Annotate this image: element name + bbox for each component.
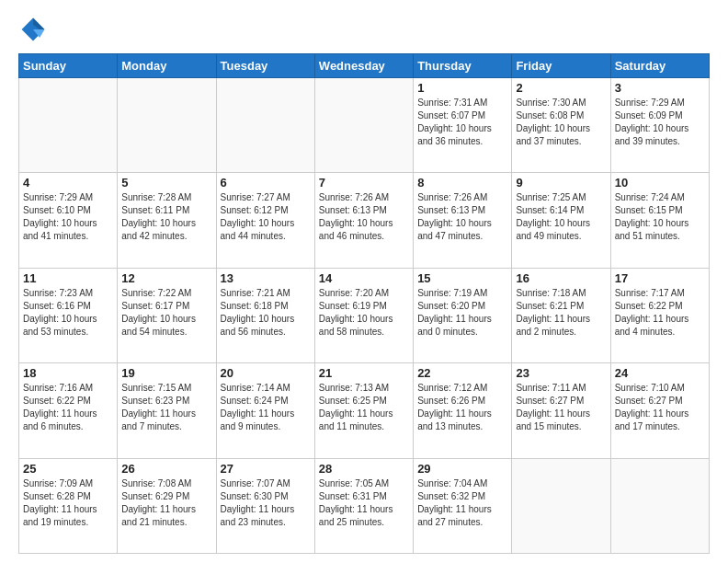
day-cell: 8Sunrise: 7:26 AMSunset: 6:13 PMDaylight… [414, 173, 512, 268]
weekday-header-monday: Monday [118, 54, 216, 78]
day-cell: 18Sunrise: 7:16 AMSunset: 6:22 PMDayligh… [19, 363, 118, 458]
day-number: 24 [615, 366, 705, 380]
day-info: Sunrise: 7:10 AMSunset: 6:27 PMDaylight:… [615, 382, 705, 433]
day-number: 2 [516, 81, 606, 95]
day-cell: 11Sunrise: 7:23 AMSunset: 6:16 PMDayligh… [19, 268, 118, 362]
day-number: 14 [319, 271, 409, 285]
day-info: Sunrise: 7:29 AMSunset: 6:09 PMDaylight:… [615, 97, 705, 148]
weekday-row: SundayMondayTuesdayWednesdayThursdayFrid… [19, 54, 710, 78]
day-cell [118, 78, 216, 173]
day-cell: 6Sunrise: 7:27 AMSunset: 6:12 PMDaylight… [216, 173, 314, 268]
day-info: Sunrise: 7:09 AMSunset: 6:28 PMDaylight:… [23, 477, 113, 529]
day-info: Sunrise: 7:05 AMSunset: 6:31 PMDaylight:… [319, 477, 409, 529]
day-cell: 1Sunrise: 7:31 AMSunset: 6:07 PMDaylight… [414, 78, 512, 173]
day-number: 28 [319, 462, 409, 476]
day-cell [610, 458, 709, 553]
day-number: 3 [615, 81, 705, 95]
day-cell: 2Sunrise: 7:30 AMSunset: 6:08 PMDaylight… [512, 78, 610, 173]
day-cell [512, 458, 610, 553]
header [18, 15, 710, 44]
day-info: Sunrise: 7:28 AMSunset: 6:11 PMDaylight:… [121, 191, 211, 243]
day-info: Sunrise: 7:27 AMSunset: 6:12 PMDaylight:… [221, 191, 311, 243]
day-cell: 12Sunrise: 7:22 AMSunset: 6:17 PMDayligh… [118, 268, 216, 362]
day-number: 23 [516, 366, 606, 380]
day-cell: 28Sunrise: 7:05 AMSunset: 6:31 PMDayligh… [314, 458, 413, 553]
day-number: 6 [221, 176, 311, 190]
day-info: Sunrise: 7:11 AMSunset: 6:27 PMDaylight:… [516, 382, 606, 433]
day-number: 25 [23, 462, 113, 476]
day-info: Sunrise: 7:19 AMSunset: 6:20 PMDaylight:… [417, 287, 507, 339]
day-info: Sunrise: 7:13 AMSunset: 6:25 PMDaylight:… [319, 382, 409, 433]
day-info: Sunrise: 7:22 AMSunset: 6:17 PMDaylight:… [121, 287, 211, 339]
day-cell: 5Sunrise: 7:28 AMSunset: 6:11 PMDaylight… [118, 173, 216, 268]
day-info: Sunrise: 7:26 AMSunset: 6:13 PMDaylight:… [417, 191, 507, 243]
day-info: Sunrise: 7:29 AMSunset: 6:10 PMDaylight:… [23, 191, 113, 243]
day-info: Sunrise: 7:15 AMSunset: 6:23 PMDaylight:… [121, 382, 211, 433]
day-cell: 9Sunrise: 7:25 AMSunset: 6:14 PMDaylight… [512, 173, 610, 268]
day-info: Sunrise: 7:14 AMSunset: 6:24 PMDaylight:… [221, 382, 311, 433]
day-info: Sunrise: 7:12 AMSunset: 6:26 PMDaylight:… [417, 382, 507, 433]
day-number: 18 [23, 366, 113, 380]
day-info: Sunrise: 7:08 AMSunset: 6:29 PMDaylight:… [121, 477, 211, 529]
logo-icon [18, 15, 48, 44]
day-cell: 20Sunrise: 7:14 AMSunset: 6:24 PMDayligh… [216, 363, 314, 458]
calendar-page: SundayMondayTuesdayWednesdayThursdayFrid… [0, 0, 728, 563]
logo [18, 15, 51, 44]
calendar-body: 1Sunrise: 7:31 AMSunset: 6:07 PMDaylight… [19, 78, 710, 554]
day-number: 8 [417, 176, 507, 190]
day-info: Sunrise: 7:16 AMSunset: 6:22 PMDaylight:… [23, 382, 113, 433]
day-info: Sunrise: 7:23 AMSunset: 6:16 PMDaylight:… [23, 287, 113, 339]
day-cell: 7Sunrise: 7:26 AMSunset: 6:13 PMDaylight… [314, 173, 413, 268]
day-info: Sunrise: 7:24 AMSunset: 6:15 PMDaylight:… [615, 191, 705, 243]
day-number: 1 [417, 81, 507, 95]
day-cell: 17Sunrise: 7:17 AMSunset: 6:22 PMDayligh… [610, 268, 709, 362]
day-cell: 24Sunrise: 7:10 AMSunset: 6:27 PMDayligh… [610, 363, 709, 458]
day-info: Sunrise: 7:04 AMSunset: 6:32 PMDaylight:… [417, 477, 507, 529]
day-cell: 19Sunrise: 7:15 AMSunset: 6:23 PMDayligh… [118, 363, 216, 458]
weekday-header-saturday: Saturday [610, 54, 709, 78]
day-number: 7 [319, 176, 409, 190]
day-info: Sunrise: 7:21 AMSunset: 6:18 PMDaylight:… [221, 287, 311, 339]
day-cell: 21Sunrise: 7:13 AMSunset: 6:25 PMDayligh… [314, 363, 413, 458]
week-row-4: 25Sunrise: 7:09 AMSunset: 6:28 PMDayligh… [19, 458, 710, 553]
day-cell: 29Sunrise: 7:04 AMSunset: 6:32 PMDayligh… [414, 458, 512, 553]
day-info: Sunrise: 7:31 AMSunset: 6:07 PMDaylight:… [417, 97, 507, 148]
weekday-header-friday: Friday [512, 54, 610, 78]
day-number: 19 [121, 366, 211, 380]
week-row-1: 4Sunrise: 7:29 AMSunset: 6:10 PMDaylight… [19, 173, 710, 268]
day-info: Sunrise: 7:25 AMSunset: 6:14 PMDaylight:… [516, 191, 606, 243]
calendar-table: SundayMondayTuesdayWednesdayThursdayFrid… [18, 53, 710, 554]
day-number: 9 [516, 176, 606, 190]
day-number: 22 [417, 366, 507, 380]
day-number: 12 [121, 271, 211, 285]
day-cell: 22Sunrise: 7:12 AMSunset: 6:26 PMDayligh… [414, 363, 512, 458]
week-row-0: 1Sunrise: 7:31 AMSunset: 6:07 PMDaylight… [19, 78, 710, 173]
day-number: 27 [221, 462, 311, 476]
day-cell: 23Sunrise: 7:11 AMSunset: 6:27 PMDayligh… [512, 363, 610, 458]
day-cell: 10Sunrise: 7:24 AMSunset: 6:15 PMDayligh… [610, 173, 709, 268]
day-cell: 14Sunrise: 7:20 AMSunset: 6:19 PMDayligh… [314, 268, 413, 362]
weekday-header-thursday: Thursday [414, 54, 512, 78]
day-info: Sunrise: 7:07 AMSunset: 6:30 PMDaylight:… [221, 477, 311, 529]
day-cell: 13Sunrise: 7:21 AMSunset: 6:18 PMDayligh… [216, 268, 314, 362]
day-info: Sunrise: 7:17 AMSunset: 6:22 PMDaylight:… [615, 287, 705, 339]
day-cell: 3Sunrise: 7:29 AMSunset: 6:09 PMDaylight… [610, 78, 709, 173]
day-number: 21 [319, 366, 409, 380]
day-number: 11 [23, 271, 113, 285]
day-cell: 16Sunrise: 7:18 AMSunset: 6:21 PMDayligh… [512, 268, 610, 362]
day-cell: 4Sunrise: 7:29 AMSunset: 6:10 PMDaylight… [19, 173, 118, 268]
day-info: Sunrise: 7:26 AMSunset: 6:13 PMDaylight:… [319, 191, 409, 243]
day-info: Sunrise: 7:30 AMSunset: 6:08 PMDaylight:… [516, 97, 606, 148]
day-number: 15 [417, 271, 507, 285]
day-cell: 25Sunrise: 7:09 AMSunset: 6:28 PMDayligh… [19, 458, 118, 553]
day-number: 5 [121, 176, 211, 190]
day-cell: 15Sunrise: 7:19 AMSunset: 6:20 PMDayligh… [414, 268, 512, 362]
day-info: Sunrise: 7:20 AMSunset: 6:19 PMDaylight:… [319, 287, 409, 339]
day-cell: 26Sunrise: 7:08 AMSunset: 6:29 PMDayligh… [118, 458, 216, 553]
day-number: 4 [23, 176, 113, 190]
day-number: 26 [121, 462, 211, 476]
day-number: 10 [615, 176, 705, 190]
weekday-header-wednesday: Wednesday [314, 54, 413, 78]
day-cell [216, 78, 314, 173]
week-row-3: 18Sunrise: 7:16 AMSunset: 6:22 PMDayligh… [19, 363, 710, 458]
